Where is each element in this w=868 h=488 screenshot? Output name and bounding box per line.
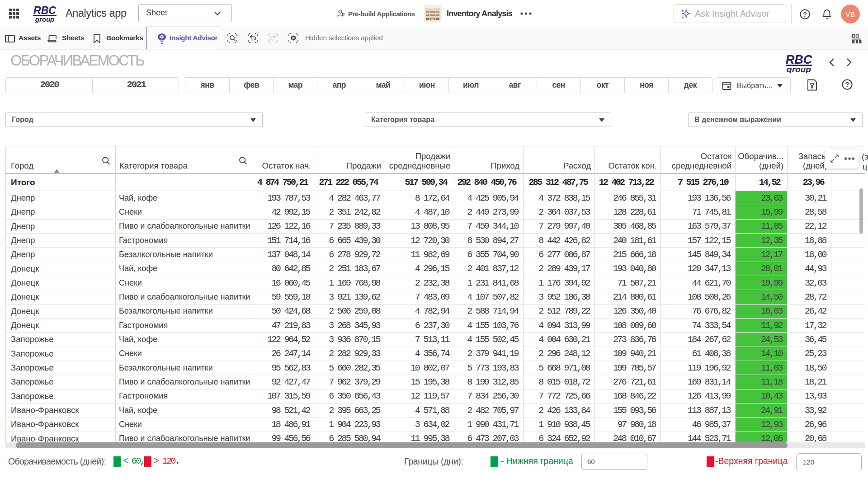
svg-text:?: ? [845,81,849,88]
svg-text:group: group [35,15,55,23]
svg-text:?: ? [803,11,807,18]
svg-text:RBC: RBC [33,5,56,16]
svg-text:group: group [786,65,811,73]
